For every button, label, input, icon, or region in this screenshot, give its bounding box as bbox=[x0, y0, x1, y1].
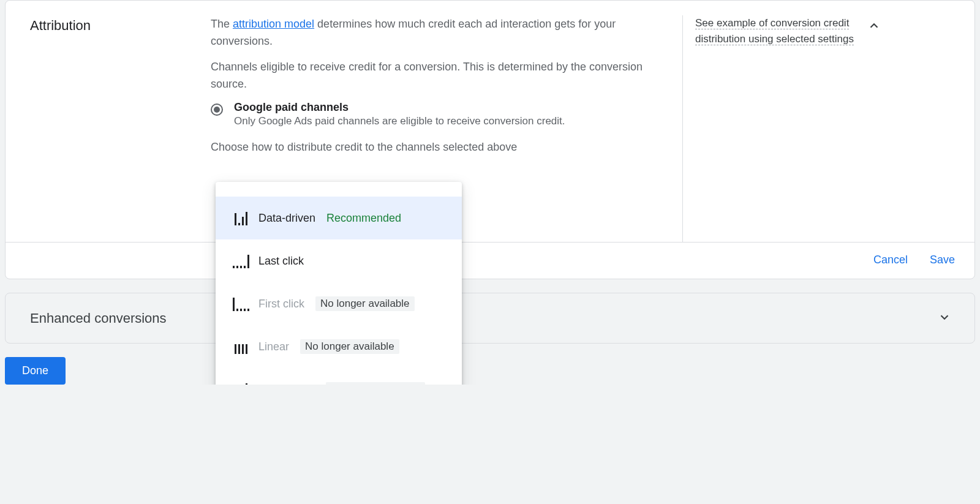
unavailable-badge: No longer available bbox=[315, 296, 415, 311]
menu-item-data-driven[interactable]: Data-driven Recommended bbox=[216, 197, 462, 239]
cancel-button[interactable]: Cancel bbox=[873, 254, 908, 266]
save-button[interactable]: Save bbox=[930, 254, 955, 266]
expand-section-button[interactable] bbox=[934, 307, 955, 329]
bars-last-click-icon bbox=[232, 254, 250, 268]
radio-label-sub: Only Google Ads paid channels are eligib… bbox=[234, 115, 565, 127]
card-actions: Cancel Save bbox=[6, 242, 974, 279]
chevron-up-icon bbox=[867, 19, 881, 32]
done-button[interactable]: Done bbox=[5, 357, 66, 385]
menu-item-time-decay[interactable]: Time decay No longer available bbox=[216, 368, 462, 385]
channels-desc: Channels eligible to receive credit for … bbox=[211, 58, 670, 92]
attribution-body: The attribution model determines how muc… bbox=[211, 15, 682, 164]
menu-item-label: Data-driven bbox=[258, 212, 315, 225]
radio-label-block: Google paid channels Only Google Ads pai… bbox=[234, 101, 565, 127]
menu-item-label: Time decay bbox=[258, 383, 315, 385]
bars-linear-icon bbox=[232, 339, 250, 354]
section-title-enhanced: Enhanced conversions bbox=[30, 310, 211, 326]
bars-first-click-icon bbox=[232, 296, 250, 311]
menu-item-last-click[interactable]: Last click bbox=[216, 239, 462, 282]
chevron-down-icon bbox=[938, 310, 951, 324]
enhanced-conversions-card[interactable]: Enhanced conversions Managed through Goo… bbox=[5, 293, 975, 344]
bars-time-decay-icon bbox=[232, 382, 250, 385]
collapse-section-button[interactable] bbox=[864, 15, 884, 36]
section-title-attribution: Attribution bbox=[30, 15, 211, 34]
menu-item-linear[interactable]: Linear No longer available bbox=[216, 325, 462, 368]
menu-item-first-click[interactable]: First click No longer available bbox=[216, 282, 462, 325]
radio-label-main: Google paid channels bbox=[234, 101, 565, 114]
attribution-model-menu: Data-driven Recommended Last click First… bbox=[216, 182, 462, 385]
see-example-link[interactable]: See example of conversion credit distrib… bbox=[695, 17, 854, 45]
menu-item-label: Last click bbox=[258, 255, 304, 268]
distribute-credit-label: Choose how to distribute credit to the c… bbox=[211, 138, 670, 156]
menu-item-label: Linear bbox=[258, 340, 289, 353]
radio-icon bbox=[211, 103, 223, 116]
text: The bbox=[211, 18, 233, 30]
attribution-desc: The attribution model determines how muc… bbox=[211, 15, 670, 50]
attribution-model-link[interactable]: attribution model bbox=[233, 18, 314, 30]
attribution-card: Attribution The attribution model determ… bbox=[5, 0, 975, 279]
recommended-badge: Recommended bbox=[326, 212, 401, 225]
menu-item-label: First click bbox=[258, 298, 304, 310]
bars-data-driven-icon bbox=[232, 211, 250, 225]
unavailable-badge: No longer available bbox=[326, 382, 425, 385]
google-paid-channels-radio[interactable]: Google paid channels Only Google Ads pai… bbox=[211, 101, 670, 127]
attribution-card-body: Attribution The attribution model determ… bbox=[6, 1, 974, 242]
attribution-side-column: See example of conversion credit distrib… bbox=[682, 15, 884, 242]
unavailable-badge: No longer available bbox=[300, 339, 399, 354]
